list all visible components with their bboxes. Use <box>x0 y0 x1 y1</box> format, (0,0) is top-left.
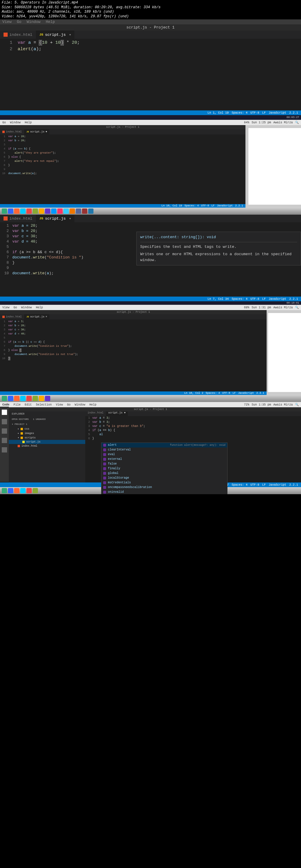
menu-help[interactable]: Help <box>46 20 55 24</box>
search-icon[interactable]: 🔍 <box>295 121 299 124</box>
dock-app-icon[interactable] <box>20 396 26 401</box>
dock-app-icon[interactable] <box>14 209 19 214</box>
menu-go[interactable]: Go <box>17 20 22 24</box>
tab-script-js[interactable]: JSscript.js <box>36 215 74 222</box>
tab-script-js[interactable]: script.js ● <box>106 411 128 416</box>
tab-script-js[interactable]: JSscript.js <box>36 31 74 39</box>
search-icon[interactable] <box>2 419 7 424</box>
open-editors-header[interactable]: OPEN EDITORS 1 UNSAVED <box>9 417 85 422</box>
symbol-icon <box>103 463 106 465</box>
dock-app-icon[interactable] <box>2 396 7 401</box>
js-icon: JS <box>26 316 29 318</box>
dock-app-icon[interactable] <box>63 209 69 214</box>
autocomplete-item[interactable]: oncompassneedscalibration <box>102 485 227 490</box>
intellisense-tooltip: write(...content: string[]): void Specif… <box>136 232 301 266</box>
dock-app-icon[interactable] <box>33 209 38 214</box>
dock-app-icon[interactable] <box>14 396 19 401</box>
tab-index-html[interactable]: index.html <box>0 129 24 134</box>
mac-dock[interactable] <box>0 395 301 402</box>
title-bar: script.js - Project 1 <box>0 310 267 314</box>
dock-app-icon[interactable] <box>39 396 44 401</box>
menu-window[interactable]: Window <box>75 403 85 406</box>
menu-window[interactable]: Window <box>27 20 40 24</box>
dock-app-icon[interactable] <box>26 396 32 401</box>
menu-window[interactable]: Window <box>21 306 32 309</box>
code-editor[interactable]: 12 var a = (10 + 10) * 20; alert(a); <box>0 39 301 53</box>
menu-help[interactable]: Help <box>25 121 32 124</box>
tab-script-js[interactable]: JSscript.js × <box>24 314 49 319</box>
tab-bar: index.html JSscript.js <box>0 31 301 39</box>
code-editor[interactable]: 12345678910 var a = 20; var b = 20; var … <box>0 222 301 276</box>
code-editor[interactable]: 123456 var a = 3; var b = 3; var c = "a … <box>85 416 301 441</box>
menu-help[interactable]: Help <box>89 403 97 406</box>
autocomplete-item[interactable]: alertfunction alert(message?: any): void <box>102 443 227 447</box>
dock-app-icon[interactable] <box>76 209 81 214</box>
menu-view[interactable]: View <box>2 20 11 24</box>
dock-app-icon[interactable] <box>51 209 56 214</box>
tab-index-html[interactable]: index.html <box>0 215 36 222</box>
autocomplete-popup[interactable]: alertfunction alert(message?: any): void… <box>101 442 227 494</box>
dock-app-icon[interactable] <box>33 396 38 401</box>
title-bar: script.js - Project 1 <box>0 407 301 411</box>
explorer-icon[interactable] <box>2 410 7 415</box>
dock-app-icon[interactable] <box>8 209 13 214</box>
dock-app-icon[interactable] <box>20 488 26 493</box>
panel-2: Go Window Help 84% Sun 1:25 pm Awais Mir… <box>0 120 301 208</box>
tree-folder-scripts[interactable]: ▾ scripts <box>9 435 85 440</box>
autocomplete-item[interactable]: eval <box>102 452 227 457</box>
menu-go[interactable]: Go <box>2 121 6 124</box>
extensions-icon[interactable] <box>2 447 7 453</box>
tree-file-indexhtml[interactable]: index.html <box>9 444 85 448</box>
menu-file[interactable]: File <box>13 403 21 406</box>
menu-go[interactable]: Go <box>67 403 71 406</box>
menu-view[interactable]: View <box>56 403 63 406</box>
dock-app-icon[interactable] <box>70 209 75 214</box>
dock-app-icon[interactable] <box>8 488 13 493</box>
tree-folder-css[interactable]: ▸ css <box>9 427 85 431</box>
tab-index-html[interactable]: index.html <box>0 314 24 319</box>
menu-edit[interactable]: Edit <box>25 403 32 406</box>
dock-app-icon[interactable] <box>26 488 32 493</box>
menu-go[interactable]: Go <box>13 306 17 309</box>
dock-finder-icon[interactable] <box>2 209 7 214</box>
tree-file-scriptjs[interactable]: script.js <box>9 440 85 444</box>
git-icon[interactable] <box>2 428 7 434</box>
dock-app-icon[interactable] <box>45 396 50 401</box>
menu-view[interactable]: View <box>2 306 9 309</box>
dock-app-icon[interactable] <box>82 209 87 214</box>
autocomplete-item[interactable]: oninvalid <box>102 490 227 494</box>
dock-app-icon[interactable] <box>33 488 38 493</box>
menu-code[interactable]: Code <box>2 403 9 406</box>
autocomplete-item[interactable]: false <box>102 462 227 466</box>
debug-icon[interactable] <box>2 438 7 443</box>
search-icon[interactable]: 🔍 <box>295 403 299 406</box>
menu-window[interactable]: Window <box>10 121 21 124</box>
code-editor[interactable]: 12345678910 var a = 20; var b = 20; if (… <box>0 134 245 176</box>
tree-folder-images[interactable]: ▸ images <box>9 431 85 435</box>
search-icon[interactable]: 🔍 <box>295 306 299 309</box>
tab-index-html[interactable]: index.html <box>0 31 36 39</box>
autocomplete-item[interactable]: localStorage <box>102 476 227 480</box>
menu-help[interactable]: Help <box>36 306 43 309</box>
dock-app-icon[interactable] <box>14 488 19 493</box>
tab-index-html[interactable]: index.html <box>85 411 106 416</box>
autocomplete-item[interactable]: external <box>102 457 227 462</box>
dock-app-icon[interactable] <box>88 209 93 214</box>
code-editor[interactable]: 12345678910 var a = 3; var b = 20; var c… <box>0 319 267 361</box>
dock-app-icon[interactable] <box>26 209 32 214</box>
mac-dock[interactable] <box>0 208 301 215</box>
menu-selection[interactable]: Selection <box>36 403 52 406</box>
autocomplete-item[interactable]: msCredentials <box>102 480 227 485</box>
panel-3: index.html JSscript.js 12345678910 var a… <box>0 215 301 305</box>
project-header[interactable]: ▾ PROJECT 1 <box>9 422 85 427</box>
autocomplete-item[interactable]: finally <box>102 466 227 471</box>
autocomplete-item[interactable]: global <box>102 471 227 476</box>
autocomplete-item[interactable]: clearInterval <box>102 447 227 452</box>
dock-app-icon[interactable] <box>39 209 44 214</box>
dock-app-icon[interactable] <box>57 209 63 214</box>
dock-app-icon[interactable] <box>2 488 7 493</box>
dock-app-icon[interactable] <box>8 396 13 401</box>
tab-script-js[interactable]: JSscript.js ● <box>24 129 49 134</box>
dock-app-icon[interactable] <box>20 209 26 214</box>
dock-app-icon[interactable] <box>45 209 50 214</box>
